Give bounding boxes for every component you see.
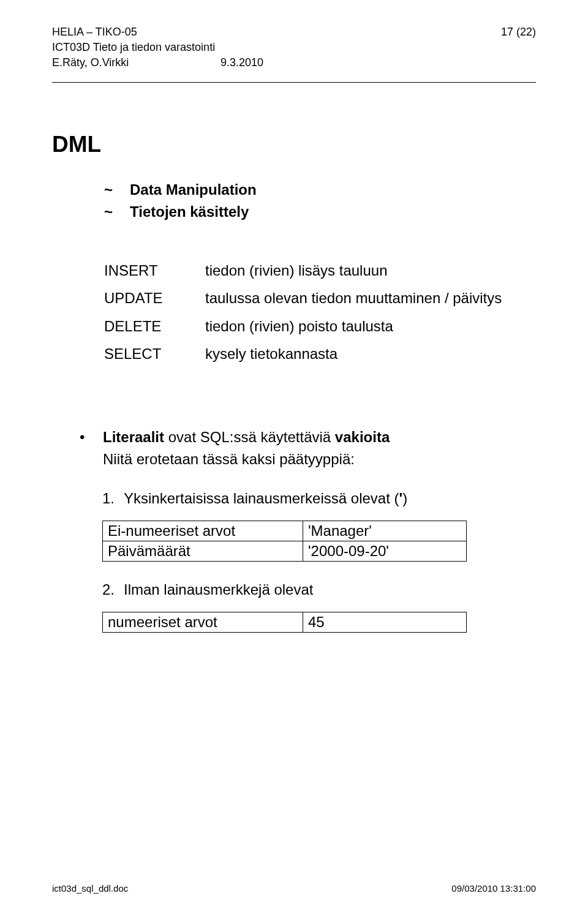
bullet-item: • Literaalit ovat SQL:ssä käytettäviä va… — [80, 426, 536, 470]
page-title: DML — [52, 132, 536, 157]
command-list: INSERT tiedon (rivien) lisäys tauluun UP… — [104, 257, 536, 368]
bullet-list: • Literaalit ovat SQL:ssä käytettäviä va… — [80, 426, 536, 470]
command-desc: taulussa olevan tiedon muuttaminen / päi… — [205, 284, 502, 312]
tilde-text: Data Manipulation — [130, 179, 257, 201]
header-line2: ICT03D Tieto ja tiedon varastointi — [52, 40, 536, 55]
table-cell: '2000-09-20' — [303, 541, 467, 561]
footer: ict03d_sql_ddl.doc 09/03/2010 13:31:00 — [52, 883, 536, 894]
bullet-dot-icon: • — [80, 426, 103, 470]
header-line3: E.Räty, O.Virkki 9.3.2010 — [52, 55, 536, 70]
item-number: 2. — [102, 579, 124, 601]
quoted-literals-table: Ei-numeeriset arvot 'Manager' Päivämäärä… — [102, 521, 467, 562]
command-row: SELECT kysely tietokannasta — [104, 340, 536, 368]
unquoted-literals-table: numeeriset arvot 45 — [102, 612, 467, 633]
tilde-list: ~ Data Manipulation ~ Tietojen käsittely — [104, 179, 536, 223]
bullet-text: Literaalit ovat SQL:ssä käytettäviä vaki… — [103, 426, 390, 470]
tilde-mark: ~ — [104, 201, 130, 223]
command-row: DELETE tiedon (rivien) poisto taulusta — [104, 312, 536, 341]
table-row: numeeriset arvot 45 — [103, 612, 467, 632]
author: E.Räty, O.Virkki — [52, 55, 221, 70]
table-row: Päivämäärät '2000-09-20' — [103, 541, 467, 561]
tilde-mark: ~ — [104, 179, 130, 201]
header-divider — [52, 82, 536, 83]
tilde-text: Tietojen käsittely — [130, 201, 249, 223]
command-desc: tiedon (rivien) lisäys tauluun — [205, 257, 387, 285]
bullet-line2: Niitä erotetaan tässä kaksi päätyyppiä: — [103, 451, 355, 467]
command-desc: tiedon (rivien) poisto taulusta — [205, 312, 393, 341]
command-name: DELETE — [104, 312, 205, 341]
bullet-mid: ovat SQL:ssä käytettäviä — [164, 429, 335, 445]
item-text: Yksinkertaisissa lainausmerkeissä olevat… — [124, 487, 407, 510]
header-left-2: ICT03D Tieto ja tiedon varastointi — [52, 40, 215, 55]
main-content: DML ~ Data Manipulation ~ Tietojen käsit… — [52, 132, 536, 633]
footer-timestamp: 09/03/2010 13:31:00 — [451, 883, 536, 894]
header-left-1: HELIA – TIKO-05 — [52, 24, 137, 40]
table-row: Ei-numeeriset arvot 'Manager' — [103, 521, 467, 541]
table-cell: 'Manager' — [303, 521, 467, 541]
bullet-bold: vakioita — [335, 429, 390, 445]
command-row: INSERT tiedon (rivien) lisäys tauluun — [104, 257, 536, 285]
tilde-row: ~ Tietojen käsittely — [104, 201, 536, 223]
page-number: 17 (22) — [501, 24, 536, 40]
header-line1: HELIA – TIKO-05 17 (22) — [52, 24, 536, 40]
page: HELIA – TIKO-05 17 (22) ICT03D Tieto ja … — [0, 0, 588, 907]
tilde-row: ~ Data Manipulation — [104, 179, 536, 201]
table-cell: Ei-numeeriset arvot — [103, 521, 303, 541]
item-text: Ilman lainausmerkkejä olevat — [124, 579, 313, 601]
command-name: UPDATE — [104, 284, 205, 312]
numbered-item-1: 1. Yksinkertaisissa lainausmerkeissä ole… — [102, 487, 536, 510]
table-cell: 45 — [303, 612, 467, 632]
command-name: INSERT — [104, 257, 205, 285]
bullet-bold: Literaalit — [103, 429, 164, 445]
footer-filename: ict03d_sql_ddl.doc — [52, 883, 128, 894]
command-row: UPDATE taulussa olevan tiedon muuttamine… — [104, 284, 536, 312]
item-number: 1. — [102, 487, 124, 510]
command-name: SELECT — [104, 340, 205, 368]
command-desc: kysely tietokannasta — [205, 340, 337, 368]
table-cell: numeeriset arvot — [103, 612, 303, 632]
numbered-item-2: 2. Ilman lainausmerkkejä olevat — [102, 579, 536, 601]
table-cell: Päivämäärät — [103, 541, 303, 561]
header-date: 9.3.2010 — [221, 55, 263, 70]
